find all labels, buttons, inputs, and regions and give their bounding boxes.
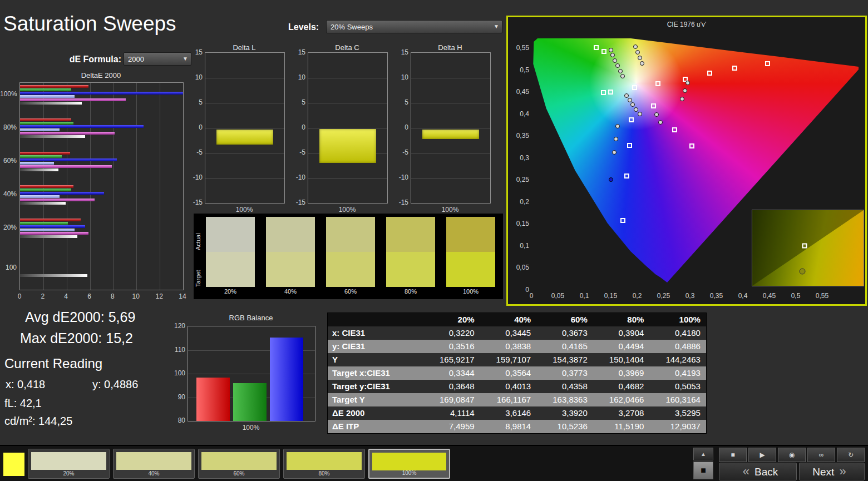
x-tick-label: 0,25: [655, 292, 673, 300]
cie-measurement-marker: [638, 56, 642, 60]
grid-line: [411, 178, 490, 178]
chart-title: Delta H: [411, 43, 490, 52]
y-tick-label: 0: [292, 123, 305, 131]
levels-label: Levels:: [288, 22, 319, 32]
actual-swatch: [266, 217, 315, 252]
double-chevron-right-icon: »: [839, 464, 846, 478]
deltae-bar: [20, 185, 73, 188]
deltae-bar: [20, 128, 60, 131]
back-button[interactable]: «Back: [719, 463, 797, 480]
record-button[interactable]: ◉: [778, 448, 806, 462]
cie-measurement-marker: [635, 50, 640, 54]
deltae-bar: [20, 232, 88, 235]
delta-c-chart: Delta C151050-5-10-15100%: [292, 43, 389, 216]
table-cell: 0,3673: [536, 326, 593, 340]
y-tick-label: 0,1: [509, 242, 529, 250]
avg-de2000-value: Avg dE2000: 5,69: [25, 309, 135, 325]
loop-button[interactable]: ∞: [807, 448, 835, 462]
stop-button[interactable]: ■: [719, 448, 747, 462]
levels-dropdown[interactable]: 20% Sweeps ▼: [326, 20, 502, 33]
delta-l-chart: Delta L151050-5-10-15100%: [189, 43, 287, 216]
patch-button-100%[interactable]: 100%: [368, 449, 450, 479]
y-tick-label: -15: [292, 199, 305, 206]
cie-target-marker: [629, 117, 634, 122]
cie-target-marker: [601, 49, 606, 54]
collapse-button[interactable]: ▲: [693, 448, 713, 460]
grid-line: [308, 78, 387, 78]
grid-line: [205, 128, 284, 128]
deltae-bar: [20, 222, 68, 225]
table-cell: 150,1404: [593, 353, 650, 366]
deltae-plot: [19, 82, 184, 290]
table-cell: 0,3564: [480, 366, 537, 380]
deltae-bar: [20, 132, 115, 135]
cie-measurement-marker: [620, 74, 625, 78]
table-row-label: ΔE ITP: [328, 420, 423, 433]
grid-line: [411, 128, 490, 128]
deltae-bar: [20, 199, 95, 201]
x-tick-label: 4: [60, 292, 73, 300]
delta-plot: [205, 52, 285, 204]
delta-bar: [422, 130, 479, 140]
deltae-bar: [20, 195, 60, 198]
table-cell: 0,3838: [480, 340, 537, 353]
grid-line: [411, 78, 490, 78]
y-tick-label: 5: [292, 98, 305, 106]
y-tick-label: 120: [167, 322, 185, 330]
next-button[interactable]: Next»: [799, 463, 865, 480]
table-row-label: ΔE 2000: [328, 406, 423, 420]
x-tick-label: 0,5: [787, 292, 805, 300]
actual-swatch: [206, 217, 255, 252]
table-row: y: CIE310,35160,38380,41650,44940,4886: [328, 340, 706, 353]
target-swatch: [446, 252, 495, 287]
saturation-sweeps-screen: Saturation Sweeps dE Formula: 2000 ▼ Lev…: [0, 0, 868, 481]
table-cell: 10,5236: [536, 420, 593, 433]
cie-target-marker: [632, 85, 637, 90]
y-tick-label: 0,35: [509, 132, 529, 140]
patch-button-20%[interactable]: 20%: [28, 449, 110, 479]
table-cell: 160,3164: [649, 393, 706, 406]
y-tick-label: 10: [395, 73, 408, 81]
table-row-label: Y: [328, 353, 423, 366]
refresh-button[interactable]: ↻: [837, 448, 865, 462]
stop-square-icon: ■: [701, 465, 706, 475]
table-cell: 4,1114: [423, 406, 480, 420]
cie-diagram-panel: CIE 1976 u'v' 00,050,10,150,20,250,30,35…: [506, 16, 867, 306]
x-tick-label: 0,45: [761, 292, 778, 300]
y-group-label: 60%: [0, 157, 17, 165]
swatch-label: 80%: [386, 288, 435, 295]
patch-color-swatch: [31, 452, 106, 470]
deltae-bar: [20, 192, 104, 195]
bottom-bar: ▲ ■▶◉∞↻ ■ «Back Next» 20%40%60%80%100%: [0, 445, 868, 481]
cie-target-marker: [651, 103, 656, 108]
cie-target-marker: [594, 45, 599, 50]
y-tick-label: -5: [189, 148, 203, 156]
deltae-bar: [20, 92, 183, 95]
stop-measure-button[interactable]: ■: [693, 462, 713, 479]
table-row: Target x:CIE310,33440,35640,37730,39690,…: [328, 366, 706, 380]
grid-line: [308, 178, 387, 178]
table-header-cell: 60%: [536, 313, 593, 326]
deltae-x-axis: 02468101214: [0, 292, 189, 301]
deltae-bar: [20, 98, 126, 101]
patch-button-40%[interactable]: 40%: [113, 449, 195, 479]
cie-measurement-marker: [680, 97, 684, 101]
play-icon: ▶: [749, 448, 776, 462]
swatch-label: 40%: [266, 288, 315, 295]
de-formula-dropdown[interactable]: 2000 ▼: [124, 52, 191, 66]
patch-button-60%[interactable]: 60%: [198, 449, 280, 479]
table-cell: 144,2463: [649, 353, 706, 366]
deltae-bar: [20, 274, 87, 277]
deltae-bar: [20, 152, 70, 155]
table-cell: 162,0466: [593, 393, 650, 406]
table-row: ΔE ITP7,49598,981410,523611,519012,9037: [328, 420, 706, 433]
table-cell: 3,3920: [536, 406, 593, 420]
table-header-cell: [328, 313, 423, 326]
y-tick-label: 5: [189, 98, 203, 106]
play-button[interactable]: ▶: [748, 448, 776, 462]
cie-target-marker: [627, 143, 632, 148]
patch-button-80%[interactable]: 80%: [283, 449, 365, 479]
y-tick-label: 0,55: [509, 44, 529, 52]
cie-target-marker: [689, 143, 694, 148]
table-cell: 0,4682: [593, 380, 650, 393]
